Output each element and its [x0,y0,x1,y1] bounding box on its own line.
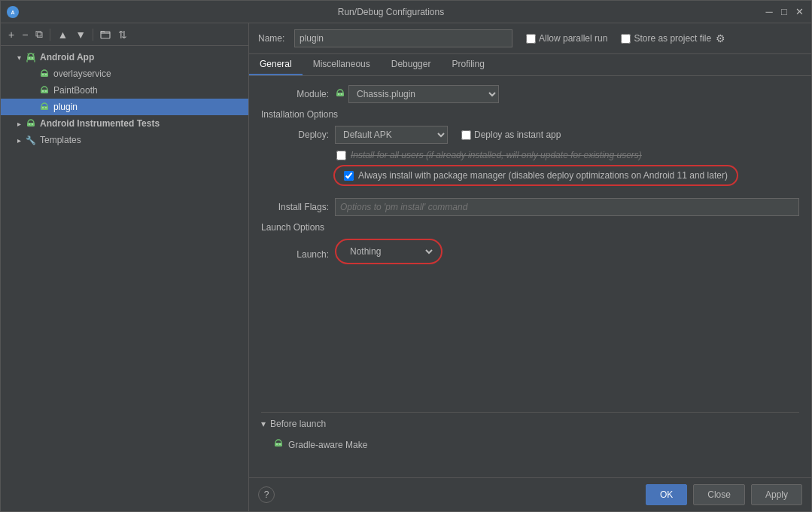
gradle-aware-make-item[interactable]: Gradle-aware Make [261,435,799,454]
svg-point-27 [279,443,280,444]
wrench-icon: 🔧 [25,134,37,146]
install-flags-input[interactable] [335,198,799,216]
expand-arrow-instrumented: ▸ [14,119,23,128]
module-select[interactable]: Chassis.plugin [348,85,499,103]
android-icon-plugin [38,101,50,113]
add-config-button[interactable]: + [5,27,17,42]
module-android-icon [335,88,345,101]
always-install-checkbox[interactable] [344,171,354,181]
expand-arrow-templates: ▸ [14,136,23,145]
move-up-button[interactable]: ▲ [54,27,71,42]
svg-point-11 [42,74,43,75]
allow-parallel-label: Allow parallel run [539,33,607,44]
always-install-container: Always install with package manager (dis… [261,165,799,192]
spacer [261,276,799,412]
tree-item-plugin[interactable]: ▸ plugin [1,99,248,115]
svg-point-7 [32,57,32,58]
install-flags-label: Install Flags: [261,202,329,212]
allow-parallel-checkbox[interactable] [526,34,536,44]
svg-rect-19 [27,123,35,126]
android-icon-paintbooth [38,84,50,96]
tree-item-plugin-label: plugin [53,102,78,112]
bottom-left: ? [258,486,275,503]
store-project-checkbox[interactable] [621,34,631,44]
right-panel: Name: Allow parallel run Store as projec… [249,23,811,511]
svg-text:A: A [11,10,14,15]
install-all-users-row: Install for all users (if already instal… [261,150,799,160]
store-project-group: Store as project file ⚙ [621,32,727,44]
install-all-users-checkbox[interactable] [336,151,346,160]
move-down-button[interactable]: ▼ [72,27,89,42]
tree-item-paintbooth-label: PaintBooth [53,85,98,96]
apply-button[interactable]: Apply [751,484,802,505]
close-config-button[interactable]: Close [693,484,745,505]
expand-arrow-android-app: ▾ [14,53,23,62]
tree-item-templates[interactable]: ▸ 🔧 Templates [1,132,248,148]
tab-profiling[interactable]: Profiling [441,54,494,75]
svg-point-18 [45,107,46,108]
minimize-button[interactable]: ─ [763,6,775,18]
form-area: Module: Chassis.plugin [249,76,811,477]
tree-group-instrumented-label: Android Instrumented Tests [40,118,160,129]
sidebar-toolbar: + − ⧉ ▲ ▼ ⇅ [1,23,248,46]
svg-rect-3 [27,56,35,60]
bottom-right: OK Close Apply [646,484,802,505]
launch-options-title: Launch Options [261,222,799,233]
before-launch-header[interactable]: ▾ Before launch [261,412,799,435]
install-all-users-label: Install for all users (if already instal… [351,150,642,160]
launch-select[interactable]: Nothing Default Activity Specified Activ… [342,242,435,261]
android-icon [25,51,37,63]
deploy-label: Deploy: [261,130,329,140]
svg-rect-16 [41,106,48,110]
launch-row: Launch: Nothing Default Activity Specifi… [261,239,799,270]
tree-group-android-app[interactable]: ▾ Android App [1,49,248,66]
svg-point-21 [32,123,32,124]
gradle-aware-make-label: Gradle-aware Make [288,440,367,450]
tab-debugger[interactable]: Debugger [381,54,442,75]
android-icon-overlay [38,68,50,80]
store-settings-gear[interactable]: ⚙ [714,32,727,44]
sort-button[interactable]: ⇅ [115,27,130,42]
toolbar-separator-2 [93,29,93,41]
tree-item-paintbooth[interactable]: ▸ PaintBooth [1,82,248,99]
run-debug-configurations-window: A Run/Debug Configurations ─ □ ✕ + − ⧉ ▲… [0,0,812,512]
folder-button[interactable] [97,28,114,41]
configuration-tree: ▾ Android App [1,46,248,511]
copy-config-button[interactable]: ⧉ [32,26,46,42]
toolbar-separator-1 [50,29,50,41]
svg-rect-2 [101,32,110,38]
deploy-instant-label: Deploy as instant app [474,130,561,140]
always-install-highlighted: Always install with package manager (dis… [333,165,738,186]
svg-rect-25 [275,443,282,446]
svg-point-17 [42,107,43,108]
svg-point-15 [45,90,46,91]
deploy-select[interactable]: Default APK APK from app bundle Nothing [335,126,448,144]
name-label: Name: [258,33,288,44]
ok-button[interactable]: OK [646,484,687,505]
before-launch-arrow: ▾ [261,419,266,429]
svg-point-26 [276,443,277,444]
help-button[interactable]: ? [258,486,275,503]
bottom-bar: ? OK Close Apply [249,477,811,511]
svg-rect-10 [41,73,48,77]
tree-item-overlayservice[interactable]: ▸ overlayservice [1,66,248,82]
install-flags-row: Install Flags: [261,198,799,216]
tab-general[interactable]: General [249,54,303,75]
maximize-button[interactable]: □ [778,6,790,18]
tree-group-instrumented[interactable]: ▸ Android Instrumented Tests [1,115,248,132]
gradle-icon [273,438,284,451]
tree-item-templates-label: Templates [40,135,81,145]
deploy-row: Deploy: Default APK APK from app bundle … [261,126,799,144]
before-launch-title: Before launch [270,419,326,429]
window-controls: ─ □ ✕ [763,6,805,18]
name-input[interactable] [294,29,512,47]
remove-config-button[interactable]: − [19,27,31,42]
deploy-instant-checkbox[interactable] [461,130,471,140]
android-icon-instrumented [25,117,37,130]
close-button[interactable]: ✕ [793,6,805,18]
allow-parallel-group: Allow parallel run [526,33,607,44]
name-row: Name: Allow parallel run Store as projec… [249,23,811,54]
tab-miscellaneous[interactable]: Miscellaneous [303,54,381,75]
tabs-bar: General Miscellaneous Debugger Profiling [249,54,811,76]
svg-point-14 [42,90,43,91]
